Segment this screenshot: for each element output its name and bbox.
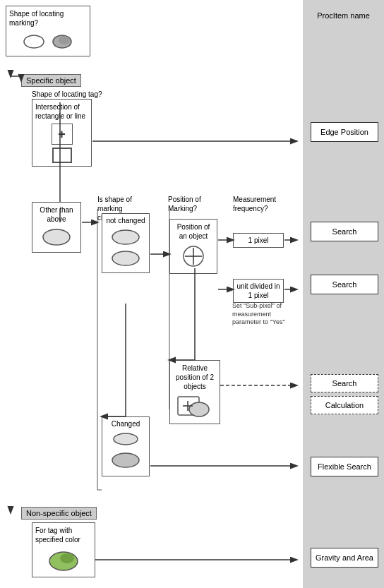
svg-point-5 bbox=[112, 251, 139, 265]
edge-position-label: Edge Position bbox=[320, 128, 368, 136]
shape-tag-question: Shape of locating tag? bbox=[32, 90, 102, 98]
edge-position-box: Edge Position bbox=[311, 122, 378, 142]
search-3-label: Search bbox=[332, 379, 357, 388]
changed-label: Changed bbox=[105, 420, 146, 428]
one-pixel-label: 1 pixel bbox=[248, 236, 269, 244]
svg-point-2 bbox=[59, 36, 70, 44]
other-than-above-box: Other than above bbox=[32, 202, 81, 253]
non-specific-label: Non-specific object bbox=[21, 507, 97, 520]
oval-not-changed-1 bbox=[109, 227, 142, 247]
intersection-box: Intersection of rectangle or line + bbox=[32, 99, 92, 167]
relative-position-box: Relative position of 2 objects bbox=[169, 360, 220, 424]
gravity-area-label: Gravity and Area bbox=[316, 553, 373, 562]
intersection-icons: + bbox=[35, 124, 88, 163]
svg-point-4 bbox=[112, 230, 139, 244]
blob-icon bbox=[50, 33, 74, 50]
one-pixel-box: 1 pixel bbox=[233, 233, 284, 248]
oval-not-changed-2 bbox=[109, 248, 142, 268]
svg-point-3 bbox=[43, 229, 70, 245]
svg-point-0 bbox=[24, 35, 44, 48]
search-box-2: Search bbox=[311, 275, 378, 294]
flexible-search-box: Flexible Search bbox=[311, 457, 378, 476]
meas-freq-question: Measurement frequency? bbox=[233, 195, 289, 213]
changed-box: Changed bbox=[102, 416, 150, 476]
rect-icon bbox=[52, 148, 72, 163]
unit-divided-label: unit divided in 1 pixel bbox=[236, 282, 280, 299]
other-than-above-label: Other than above bbox=[35, 205, 78, 224]
position-object-label: Position of an object bbox=[173, 222, 214, 241]
search-box-1: Search bbox=[311, 222, 378, 241]
oval-changed-2 bbox=[109, 450, 142, 470]
circle-plus-icon bbox=[178, 244, 209, 269]
relative-position-label: Relative position of 2 objects bbox=[173, 364, 217, 391]
search-2-label: Search bbox=[332, 280, 357, 289]
flexible-search-label: Flexible Search bbox=[318, 462, 371, 471]
subpixel-note-text: Set "Sub-pixel" of measurement parameter… bbox=[232, 302, 285, 325]
search-box-3: Search bbox=[311, 374, 378, 392]
color-tag-label: For tag with specified color bbox=[35, 526, 92, 544]
shape-locating-label: Shape of locating marking? bbox=[9, 9, 87, 28]
oval-other-icon bbox=[40, 227, 73, 248]
svg-point-13 bbox=[114, 433, 138, 445]
specific-object-label: Specific object bbox=[21, 74, 81, 87]
svg-point-14 bbox=[112, 453, 139, 467]
search-1-label: Search bbox=[332, 227, 357, 236]
relative-pos-icon bbox=[176, 394, 213, 419]
unit-divided-box: unit divided in 1 pixel bbox=[233, 279, 284, 303]
diagram-container: ProcItem name Edge Position Search Searc… bbox=[0, 0, 384, 588]
oval-changed-1 bbox=[109, 431, 142, 448]
proc-item-header: ProcItem name bbox=[303, 6, 384, 25]
gravity-area-box: Gravity and Area bbox=[311, 548, 378, 568]
subpixel-note: Set "Sub-pixel" of measurement parameter… bbox=[232, 302, 299, 327]
calculation-label: Calculation bbox=[325, 401, 364, 409]
calculation-box: Calculation bbox=[311, 396, 378, 414]
intersection-label: Intersection of rectangle or line bbox=[35, 102, 88, 121]
svg-point-10 bbox=[189, 402, 209, 416]
oval-outline-icon bbox=[22, 33, 46, 50]
svg-point-16 bbox=[60, 553, 74, 563]
shape-locating-box: Shape of locating marking? bbox=[6, 6, 90, 56]
shape-icons bbox=[9, 30, 87, 53]
cross-icon: + bbox=[52, 124, 73, 145]
not-changed-box: not changed bbox=[102, 213, 150, 273]
not-changed-label: not changed bbox=[105, 217, 146, 224]
green-oval-icon bbox=[46, 547, 81, 572]
position-object-box: Position of an object bbox=[169, 219, 217, 274]
color-tag-box: For tag with specified color bbox=[32, 522, 95, 577]
position-marking-question: Position of Marking? bbox=[168, 195, 219, 213]
